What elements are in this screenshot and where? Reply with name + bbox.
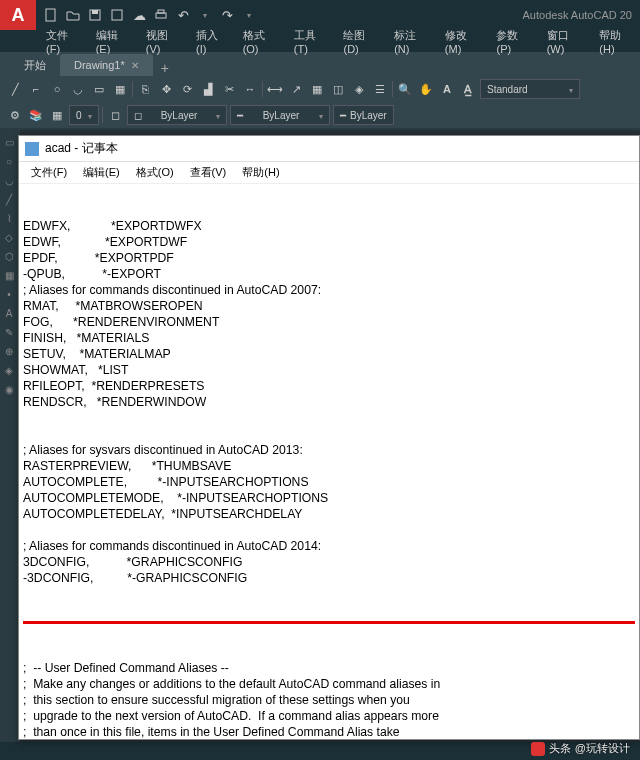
menu-help[interactable]: 帮助(H) (589, 25, 640, 58)
text-icon[interactable]: A (438, 80, 456, 98)
saveas-icon[interactable] (108, 6, 126, 24)
open-icon[interactable] (64, 6, 82, 24)
np-menu-help[interactable]: 帮助(H) (234, 163, 287, 182)
separator (132, 81, 133, 97)
undo-dd-icon[interactable] (196, 6, 214, 24)
doctab-start[interactable]: 开始 (10, 54, 60, 76)
rotate-icon[interactable]: ⟳ (178, 80, 196, 98)
copy-icon[interactable]: ⎘ (136, 80, 154, 98)
extend-icon[interactable]: ↔ (241, 80, 259, 98)
trim-icon[interactable]: ✂ (220, 80, 238, 98)
tool-icon[interactable]: ◡ (0, 172, 18, 188)
app-logo[interactable]: A (0, 0, 36, 30)
cloud-icon[interactable]: ☁ (130, 6, 148, 24)
notepad-text-bottom: ; -- User Defined Command Aliases -- ; M… (23, 660, 635, 739)
menu-dim[interactable]: 标注(N) (384, 25, 435, 58)
tool-icon[interactable]: ◈ (0, 362, 18, 378)
redo-icon[interactable]: ↷ (218, 6, 236, 24)
block-icon[interactable]: ◫ (329, 80, 347, 98)
menu-window[interactable]: 窗口(W) (537, 25, 590, 58)
pan-icon[interactable]: ✋ (417, 80, 435, 98)
tool-icon[interactable]: ⬡ (0, 248, 18, 264)
svg-rect-2 (92, 10, 98, 14)
circle-icon[interactable]: ○ (48, 80, 66, 98)
menu-edit[interactable]: 编辑(E) (86, 25, 136, 58)
textstyle-dropdown[interactable]: Standard (480, 79, 580, 99)
mtext-icon[interactable]: A̲ (459, 80, 477, 98)
dd-value: ByLayer (161, 110, 198, 121)
color-dropdown[interactable]: ━ByLayer (230, 105, 330, 125)
layer-dropdown[interactable]: ◻ByLayer (127, 105, 227, 125)
line-icon[interactable]: ╱ (6, 80, 24, 98)
close-icon[interactable]: ✕ (131, 60, 139, 71)
layer-state-dropdown[interactable]: 0 (69, 105, 99, 125)
doctab-label: Drawing1* (74, 59, 125, 71)
dim-icon[interactable]: ⟷ (266, 80, 284, 98)
print-icon[interactable] (152, 6, 170, 24)
move-icon[interactable]: ✥ (157, 80, 175, 98)
watermark-handle: @玩转设计 (575, 741, 630, 756)
notepad-menubar: 文件(F) 编辑(E) 格式(O) 查看(V) 帮助(H) (19, 162, 639, 184)
watermark-logo-icon (531, 742, 545, 756)
tool-icon[interactable]: ▭ (0, 134, 18, 150)
np-menu-file[interactable]: 文件(F) (23, 163, 75, 182)
tool-icon[interactable]: ⌇ (0, 210, 18, 226)
layers-icon[interactable]: 📚 (27, 106, 45, 124)
doctab-add[interactable]: + (153, 60, 177, 76)
tool-icon[interactable]: ✎ (0, 324, 18, 340)
new-icon[interactable] (42, 6, 60, 24)
dd-value: ByLayer (350, 110, 387, 121)
tool-icon[interactable]: ◉ (0, 381, 18, 397)
dd-value: ByLayer (263, 110, 300, 121)
linetype-dropdown[interactable]: ━ByLayer (333, 105, 394, 125)
save-icon[interactable] (86, 6, 104, 24)
menu-format[interactable]: 格式(O) (233, 25, 284, 58)
tool-icon[interactable]: ╱ (0, 191, 18, 207)
tool-icon[interactable]: ◇ (0, 229, 18, 245)
tool-icon[interactable]: ○ (0, 153, 18, 169)
quick-access-toolbar: ☁ ↶ ↷ (36, 6, 264, 24)
notepad-textarea[interactable]: EDWFX, *EXPORTDWFX EDWF, *EXPORTDWF EPDF… (19, 184, 639, 739)
mirror-icon[interactable]: ▟ (199, 80, 217, 98)
menu-file[interactable]: 文件(F) (36, 25, 86, 58)
doctab-drawing1[interactable]: Drawing1* ✕ (60, 54, 153, 76)
red-highlight-line (23, 621, 635, 624)
hatch-icon[interactable]: ▦ (111, 80, 129, 98)
np-menu-edit[interactable]: 编辑(E) (75, 163, 128, 182)
menu-draw[interactable]: 绘图(D) (333, 25, 384, 58)
grid-icon[interactable]: ▦ (48, 106, 66, 124)
doctab-label: 开始 (24, 58, 46, 73)
table-icon[interactable]: ▦ (308, 80, 326, 98)
menu-insert[interactable]: 插入(I) (186, 25, 233, 58)
tool-icon[interactable]: A (0, 305, 18, 321)
notepad-title: acad - 记事本 (45, 140, 118, 157)
undo-icon[interactable]: ↶ (174, 6, 192, 24)
np-menu-format[interactable]: 格式(O) (128, 163, 182, 182)
rect-icon[interactable]: ▭ (90, 80, 108, 98)
ribbon-row-1: ╱ ⌐ ○ ◡ ▭ ▦ ⎘ ✥ ⟳ ▟ ✂ ↔ ⟷ ↗ ▦ ◫ ◈ ☰ 🔍 ✋ … (0, 76, 640, 102)
svg-rect-0 (46, 9, 55, 21)
tool-icon[interactable]: • (0, 286, 18, 302)
menu-param[interactable]: 参数(P) (486, 25, 536, 58)
gear-icon[interactable]: ⚙ (6, 106, 24, 124)
tool-icon[interactable]: ⊕ (0, 343, 18, 359)
notepad-window: acad - 记事本 文件(F) 编辑(E) 格式(O) 查看(V) 帮助(H)… (18, 135, 640, 740)
layer-icon[interactable]: ◈ (350, 80, 368, 98)
color-swatch-icon[interactable]: ◻ (106, 106, 124, 124)
props-icon[interactable]: ☰ (371, 80, 389, 98)
zoom-icon[interactable]: 🔍 (396, 80, 414, 98)
redo-dd-icon[interactable] (240, 6, 258, 24)
leader-icon[interactable]: ↗ (287, 80, 305, 98)
menu-tools[interactable]: 工具(T) (284, 25, 334, 58)
tool-icon[interactable]: ▦ (0, 267, 18, 283)
polyline-icon[interactable]: ⌐ (27, 80, 45, 98)
watermark-prefix: 头条 (549, 741, 571, 756)
menu-view[interactable]: 视图(V) (136, 25, 186, 58)
arc-icon[interactable]: ◡ (69, 80, 87, 98)
separator (392, 81, 393, 97)
ribbon-row-2: ⚙ 📚 ▦ 0 ◻ ◻ByLayer ━ByLayer ━ByLayer (0, 102, 640, 128)
notepad-titlebar[interactable]: acad - 记事本 (19, 136, 639, 162)
svg-rect-3 (112, 10, 122, 20)
np-menu-view[interactable]: 查看(V) (182, 163, 235, 182)
menu-modify[interactable]: 修改(M) (435, 25, 487, 58)
